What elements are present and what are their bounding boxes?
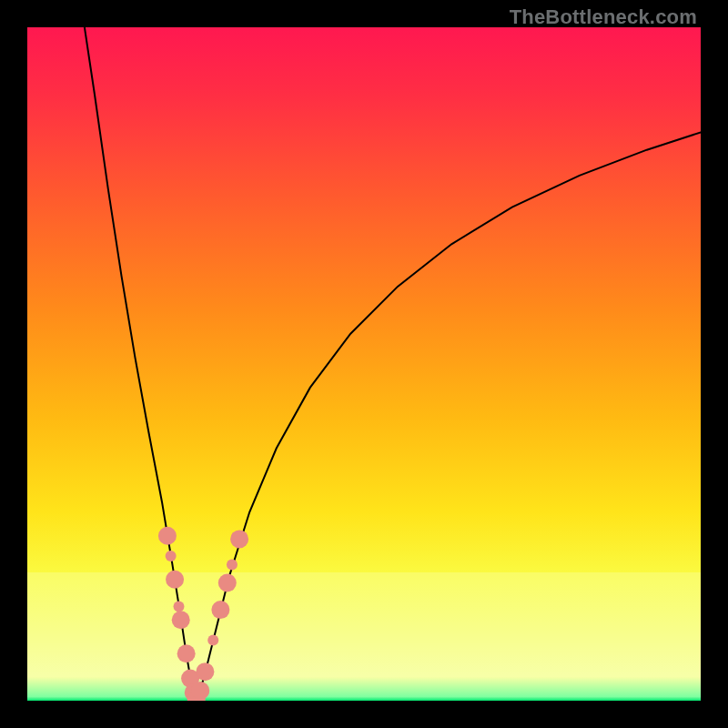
highlight-point [172,611,190,629]
watermark-text: TheBottleneck.com [510,5,697,29]
highlight-point [191,682,209,700]
highlight-point [207,634,218,645]
curve-layer [27,27,701,701]
curve-right-branch [197,132,701,701]
highlight-point [158,527,177,545]
highlight-point [218,574,237,592]
highlight-point [227,560,238,571]
curve-left-branch [85,27,197,701]
highlight-point [211,601,229,619]
highlight-point [177,644,196,662]
highlight-point [166,551,177,561]
plot-area [27,27,701,701]
bottleneck-curve [85,27,701,701]
chart-frame: TheBottleneck.com [0,0,728,728]
highlight-point [196,662,214,681]
highlight-point [230,530,248,548]
highlighted-points [158,527,248,701]
highlight-point [166,571,184,589]
highlight-point [174,601,185,612]
